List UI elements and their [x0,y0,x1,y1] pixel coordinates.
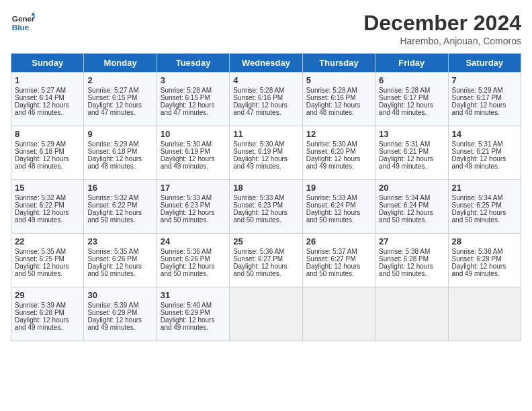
calendar-cell [230,287,302,341]
sunrise-label: Sunrise: 5:35 AM [87,248,138,255]
day-number: 4 [233,75,298,85]
col-monday: Monday [84,54,157,73]
sunrise-label: Sunrise: 5:28 AM [379,87,430,94]
sunrise-label: Sunrise: 5:38 AM [452,248,503,255]
daylight-label: Daylight: 12 hours and 50 minutes. [161,263,215,277]
sunset-label: Sunset: 6:22 PM [15,201,64,209]
calendar-cell: 16 Sunrise: 5:32 AM Sunset: 6:22 PM Dayl… [84,180,157,234]
sunrise-label: Sunrise: 5:33 AM [306,194,357,201]
calendar-week-2: 8 Sunrise: 5:29 AM Sunset: 6:18 PM Dayli… [11,126,521,180]
calendar-cell: 15 Sunrise: 5:32 AM Sunset: 6:22 PM Dayl… [11,180,84,234]
day-number: 22 [15,236,80,246]
calendar-cell: 5 Sunrise: 5:28 AM Sunset: 6:16 PM Dayli… [302,73,375,126]
daylight-label: Daylight: 12 hours and 48 minutes. [379,101,433,116]
day-number: 12 [306,129,371,139]
calendar-cell: 28 Sunrise: 5:38 AM Sunset: 6:28 PM Dayl… [448,234,521,287]
calendar-table: Sunday Monday Tuesday Wednesday Thursday… [11,53,521,341]
sunset-label: Sunset: 6:25 PM [15,255,64,263]
daylight-label: Daylight: 12 hours and 50 minutes. [306,263,361,277]
calendar-cell: 21 Sunrise: 5:34 AM Sunset: 6:25 PM Dayl… [448,180,521,234]
sunrise-label: Sunrise: 5:31 AM [379,140,430,148]
col-tuesday: Tuesday [157,54,229,73]
sunset-label: Sunset: 6:16 PM [306,94,356,101]
sunset-label: Sunset: 6:28 PM [452,255,502,263]
sunrise-label: Sunrise: 5:31 AM [452,140,503,148]
sunrise-label: Sunrise: 5:28 AM [233,87,284,94]
sunset-label: Sunset: 6:18 PM [87,148,137,155]
sunset-label: Sunset: 6:26 PM [87,255,137,263]
daylight-label: Daylight: 12 hours and 49 minutes. [233,155,287,170]
daylight-label: Daylight: 12 hours and 49 minutes. [161,155,215,170]
day-number: 19 [306,183,371,193]
calendar-cell: 24 Sunrise: 5:36 AM Sunset: 6:26 PM Dayl… [157,234,229,287]
calendar-cell: 30 Sunrise: 5:39 AM Sunset: 6:29 PM Dayl… [84,287,157,341]
day-number: 26 [306,236,371,246]
daylight-label: Daylight: 12 hours and 50 minutes. [306,209,361,224]
logo-icon: General Blue [11,11,35,35]
sunrise-label: Sunrise: 5:29 AM [15,140,66,148]
svg-text:Blue: Blue [12,23,30,32]
day-number: 20 [379,183,444,193]
sunset-label: Sunset: 6:29 PM [161,309,210,316]
sunrise-label: Sunrise: 5:34 AM [452,194,503,201]
sunrise-label: Sunrise: 5:37 AM [306,248,357,255]
day-number: 27 [379,236,444,246]
day-number: 11 [233,129,298,139]
day-number: 1 [15,75,80,85]
calendar-cell: 27 Sunrise: 5:38 AM Sunset: 6:28 PM Dayl… [375,234,448,287]
sunrise-label: Sunrise: 5:34 AM [379,194,430,201]
calendar-cell [448,287,521,341]
daylight-label: Daylight: 12 hours and 49 minutes. [161,316,215,331]
sunset-label: Sunset: 6:20 PM [306,148,356,155]
daylight-label: Daylight: 12 hours and 49 minutes. [452,263,506,277]
day-number: 16 [87,183,152,193]
calendar-cell [375,287,448,341]
day-number: 18 [233,183,298,193]
calendar-cell: 1 Sunrise: 5:27 AM Sunset: 6:14 PM Dayli… [11,73,84,126]
daylight-label: Daylight: 12 hours and 50 minutes. [15,263,69,277]
calendar-week-5: 29 Sunrise: 5:39 AM Sunset: 6:28 PM Dayl… [11,287,521,341]
calendar-week-3: 15 Sunrise: 5:32 AM Sunset: 6:22 PM Dayl… [11,180,521,234]
calendar-cell [302,287,375,341]
sunrise-label: Sunrise: 5:33 AM [161,194,212,201]
day-number: 3 [161,75,226,85]
sunset-label: Sunset: 6:24 PM [379,201,429,209]
calendar-cell: 6 Sunrise: 5:28 AM Sunset: 6:17 PM Dayli… [375,73,448,126]
day-number: 23 [87,236,152,246]
day-number: 9 [87,129,152,139]
sunrise-label: Sunrise: 5:38 AM [379,248,430,255]
day-number: 6 [379,75,444,85]
sunset-label: Sunset: 6:22 PM [87,201,137,209]
sunrise-label: Sunrise: 5:27 AM [15,87,66,94]
col-saturday: Saturday [448,54,521,73]
calendar-cell: 2 Sunrise: 5:27 AM Sunset: 6:15 PM Dayli… [84,73,157,126]
daylight-label: Daylight: 12 hours and 49 minutes. [379,155,433,170]
daylight-label: Daylight: 12 hours and 50 minutes. [87,263,142,277]
daylight-label: Daylight: 12 hours and 48 minutes. [87,155,142,170]
sunset-label: Sunset: 6:17 PM [452,94,502,101]
sunset-label: Sunset: 6:15 PM [87,94,137,101]
sunrise-label: Sunrise: 5:28 AM [161,87,212,94]
daylight-label: Daylight: 12 hours and 48 minutes. [15,155,69,170]
calendar-week-1: 1 Sunrise: 5:27 AM Sunset: 6:14 PM Dayli… [11,73,521,126]
calendar-cell: 25 Sunrise: 5:36 AM Sunset: 6:27 PM Dayl… [230,234,302,287]
calendar-cell: 8 Sunrise: 5:29 AM Sunset: 6:18 PM Dayli… [11,126,84,180]
sunrise-label: Sunrise: 5:36 AM [161,248,212,255]
sunset-label: Sunset: 6:23 PM [233,201,283,209]
logo: General Blue [11,11,35,35]
day-number: 25 [233,236,298,246]
daylight-label: Daylight: 12 hours and 49 minutes. [15,209,69,224]
sunrise-label: Sunrise: 5:39 AM [15,302,66,309]
calendar-cell: 31 Sunrise: 5:40 AM Sunset: 6:29 PM Dayl… [157,287,229,341]
calendar-cell: 17 Sunrise: 5:33 AM Sunset: 6:23 PM Dayl… [157,180,229,234]
calendar-week-4: 22 Sunrise: 5:35 AM Sunset: 6:25 PM Dayl… [11,234,521,287]
daylight-label: Daylight: 12 hours and 50 minutes. [233,209,287,224]
daylight-label: Daylight: 12 hours and 49 minutes. [87,316,142,331]
sunrise-label: Sunrise: 5:33 AM [233,194,284,201]
sunset-label: Sunset: 6:17 PM [379,94,429,101]
sunrise-label: Sunrise: 5:28 AM [306,87,357,94]
day-number: 7 [452,75,517,85]
calendar-cell: 29 Sunrise: 5:39 AM Sunset: 6:28 PM Dayl… [11,287,84,341]
calendar-cell: 7 Sunrise: 5:29 AM Sunset: 6:17 PM Dayli… [448,73,521,126]
day-number: 30 [87,290,152,300]
